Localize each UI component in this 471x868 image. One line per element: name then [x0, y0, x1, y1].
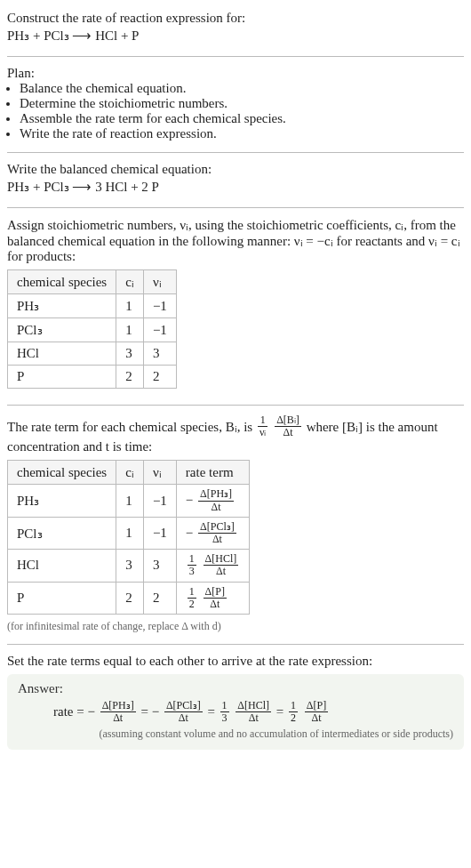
plan-item: Determine the stoichiometric numbers. — [20, 96, 464, 111]
sign: − — [186, 526, 193, 540]
cell-c: 1 — [116, 318, 144, 342]
plan-title: Plan: — [7, 66, 464, 81]
term-frac: Δ[PCl₃]Δt — [164, 700, 203, 724]
cell-c: 1 — [116, 485, 144, 517]
cell-rate: − Δ[PH₃]Δt — [176, 485, 249, 517]
rateterm-table: chemical species cᵢ νᵢ rate term PH₃ 1 −… — [7, 460, 250, 615]
coef-frac: 12 — [289, 700, 298, 724]
cell-species: PCl₃ — [8, 517, 116, 549]
cell-v: 2 — [143, 366, 176, 389]
rate-label: rate = — [53, 704, 87, 719]
cell-rate: − Δ[PCl₃]Δt — [176, 517, 249, 549]
intro-title: Construct the rate of reaction expressio… — [7, 11, 464, 26]
col-species: chemical species — [8, 270, 116, 294]
final-section: Set the rate terms equal to each other t… — [7, 650, 464, 759]
table-row: P 2 2 12 Δ[P]Δt — [8, 582, 250, 614]
minus: − — [152, 704, 159, 719]
cell-species: PH₃ — [8, 485, 116, 517]
col-v: νᵢ — [143, 461, 176, 485]
plan-item: Assemble the rate term for each chemical… — [20, 111, 464, 126]
cell-v: 3 — [143, 550, 176, 582]
cell-rate: 12 Δ[P]Δt — [176, 582, 249, 614]
stoich-table: chemical species cᵢ νᵢ PH₃ 1 −1 PCl₃ 1 −… — [7, 269, 177, 389]
divider — [7, 56, 464, 57]
divider — [7, 152, 464, 153]
table-row: PCl₃ 1 −1 − Δ[PCl₃]Δt — [8, 517, 250, 549]
delta-frac: Δ[HCl]Δt — [204, 553, 239, 577]
table-row: PCl₃ 1 −1 — [8, 318, 177, 342]
cell-v: −1 — [143, 485, 176, 517]
coef-frac: 12 — [188, 586, 196, 610]
table-header-row: chemical species cᵢ νᵢ — [8, 270, 177, 294]
minus: − — [87, 704, 94, 719]
divider — [7, 207, 464, 208]
rateterm-intro: The rate term for each chemical species,… — [7, 414, 464, 454]
divider — [7, 405, 464, 406]
general-delta-frac: Δ[Bᵢ]Δt — [275, 414, 301, 438]
term-frac: Δ[HCl]Δt — [236, 700, 271, 724]
balanced-equation: PH₃ + PCl₃ ⟶ 3 HCl + 2 P — [7, 177, 464, 197]
coef-frac: 13 — [188, 553, 196, 577]
cell-c: 3 — [116, 342, 144, 366]
answer-label: Answer: — [18, 681, 453, 696]
rateterm-intro-pre: The rate term for each chemical species,… — [7, 420, 256, 434]
delta-frac: Δ[P]Δt — [204, 586, 227, 610]
plan-list: Balance the chemical equation. Determine… — [7, 81, 464, 141]
general-coef-frac: 1νᵢ — [258, 414, 267, 438]
plan-item: Balance the chemical equation. — [20, 81, 464, 96]
col-c: cᵢ — [116, 270, 144, 294]
plan-item: Write the rate of reaction expression. — [20, 126, 464, 141]
col-v: νᵢ — [143, 270, 176, 294]
cell-species: PCl₃ — [8, 318, 116, 342]
rateterm-caption: (for infinitesimal rate of change, repla… — [7, 620, 464, 633]
col-species: chemical species — [8, 461, 116, 485]
col-c: cᵢ — [116, 461, 144, 485]
cell-species: HCl — [8, 342, 116, 366]
final-intro: Set the rate terms equal to each other t… — [7, 654, 464, 669]
intro-section: Construct the rate of reaction expressio… — [7, 7, 464, 54]
delta-frac: Δ[PH₃]Δt — [198, 488, 234, 512]
cell-v: −1 — [143, 318, 176, 342]
table-row: PH₃ 1 −1 − Δ[PH₃]Δt — [8, 485, 250, 517]
unbalanced-equation: PH₃ + PCl₃ ⟶ HCl + P — [7, 26, 464, 45]
cell-v: −1 — [143, 517, 176, 549]
cell-c: 3 — [116, 550, 144, 582]
cell-species: P — [8, 366, 116, 389]
cell-rate: 13 Δ[HCl]Δt — [176, 550, 249, 582]
answer-box: Answer: rate = − Δ[PH₃]Δt = − Δ[PCl₃]Δt … — [7, 674, 464, 750]
cell-c: 2 — [116, 366, 144, 389]
answer-note: (assuming constant volume and no accumul… — [18, 727, 453, 741]
balanced-section: Write the balanced chemical equation: PH… — [7, 158, 464, 205]
cell-c: 2 — [116, 582, 144, 614]
table-row: HCl 3 3 13 Δ[HCl]Δt — [8, 550, 250, 582]
cell-species: PH₃ — [8, 294, 116, 318]
cell-c: 1 — [116, 517, 144, 549]
cell-v: 2 — [143, 582, 176, 614]
equals: = — [140, 704, 151, 719]
cell-v: 3 — [143, 342, 176, 366]
rate-expression: rate = − Δ[PH₃]Δt = − Δ[PCl₃]Δt = 13 Δ[H… — [18, 700, 453, 724]
sign: − — [186, 494, 193, 508]
rateterm-section: The rate term for each chemical species,… — [7, 411, 464, 642]
term-frac: Δ[PH₃]Δt — [100, 700, 136, 724]
col-rate: rate term — [176, 461, 249, 485]
table-row: PH₃ 1 −1 — [8, 294, 177, 318]
table-row: HCl 3 3 — [8, 342, 177, 366]
plan-section: Plan: Balance the chemical equation. Det… — [7, 62, 464, 150]
term-frac: Δ[P]Δt — [305, 700, 328, 724]
delta-frac: Δ[PCl₃]Δt — [198, 521, 236, 545]
table-row: P 2 2 — [8, 366, 177, 389]
table-header-row: chemical species cᵢ νᵢ rate term — [8, 461, 250, 485]
cell-species: HCl — [8, 550, 116, 582]
stoich-intro: Assign stoichiometric numbers, νᵢ, using… — [7, 217, 464, 264]
cell-v: −1 — [143, 294, 176, 318]
stoich-section: Assign stoichiometric numbers, νᵢ, using… — [7, 213, 464, 403]
divider — [7, 644, 464, 645]
equals: = — [207, 704, 218, 719]
cell-species: P — [8, 582, 116, 614]
cell-c: 1 — [116, 294, 144, 318]
balanced-title: Write the balanced chemical equation: — [7, 162, 464, 177]
equals: = — [276, 704, 287, 719]
coef-frac: 13 — [220, 700, 229, 724]
